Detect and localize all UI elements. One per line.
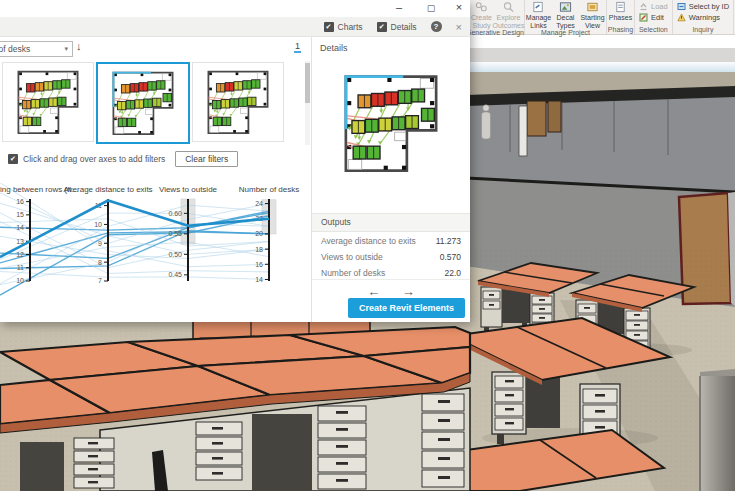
ribbon-group-selection: Load Edit Selection [635,0,673,34]
charts-checkbox-label: Charts [338,22,363,32]
output-row: Average distance to exits 11.273 [312,233,470,249]
svg-text:16: 16 [255,261,263,268]
dialog-close-icon[interactable]: × [456,21,462,33]
svg-text:8: 8 [98,259,102,266]
decal-types-icon [559,1,572,13]
svg-text:16: 16 [16,198,24,205]
door-back-left [527,101,546,136]
details-pane: Details Outputs Average distance to exit… [312,37,470,322]
svg-text:Number of desks: Number of desks [239,185,299,194]
filter-checkbox[interactable]: ✔ [8,154,18,164]
details-checkbox-label: Details [391,22,417,32]
ribbon-panel-label: Generative Design [466,29,524,37]
svg-text:10: 10 [94,221,102,228]
svg-text:10: 10 [16,277,24,284]
explore-outcomes-icon [502,1,515,13]
dialog-toolbar: ✔ Charts ✔ Details ? × [0,17,470,37]
maximize-icon[interactable]: ▢ [424,3,438,13]
ribbon-group-manage-project: Manage Links Decal Types Starting View M… [525,0,607,34]
outcome-thumbnail-1[interactable] [2,62,94,142]
svg-text:7: 7 [98,277,102,284]
phases-button[interactable]: Phases [607,1,634,22]
svg-text:9: 9 [98,240,102,247]
load-button[interactable]: Load [639,1,668,12]
manage-links-icon [532,1,545,13]
outcome-thumbnail-3[interactable] [192,62,284,142]
help-icon[interactable]: ? [431,21,442,32]
thumbnails-scrollbar[interactable] [305,61,310,145]
generative-design-dialog: – ▢ × ✔ Charts ✔ Details ? × Number of d… [0,0,470,322]
outcome-thumbnails [0,61,311,145]
window-close-icon[interactable]: × [452,1,466,13]
select-by-id-icon [677,2,686,11]
warnings-button[interactable]: Warnings [677,12,729,23]
dialog-titlebar[interactable]: – ▢ × [0,0,470,17]
starting-view-icon [586,1,599,13]
svg-text:20: 20 [255,230,263,237]
details-checkbox[interactable]: ✔ [377,22,387,32]
ribbon-panel-label: Inquiry [673,26,733,34]
svg-text:18: 18 [255,246,263,253]
decal-types-button[interactable]: Decal Types [552,1,579,29]
column-3d [700,369,735,491]
svg-text:0.45: 0.45 [168,271,182,278]
ribbon-group-inquiry: Select by ID Warnings Inquiry [673,0,734,34]
create-study-button[interactable]: Create Study [468,1,495,29]
phases-icon [614,1,627,13]
svg-text:0.60: 0.60 [168,210,182,217]
explore-outcomes-button[interactable]: Explore Outcomes [495,1,522,29]
selected-outcome-plan-preview [330,59,452,187]
ribbon-panel-label: Phasing [607,26,634,34]
svg-text:24: 24 [255,200,263,207]
ribbon-group-phasing: Phases Phasing [607,0,635,34]
select-by-id-button[interactable]: Select by ID [677,1,729,12]
svg-text:Average distance to exits: Average distance to exits [63,185,152,194]
sort-dropdown[interactable]: Number of desks ▾ [0,41,73,57]
svg-text:14: 14 [16,224,24,231]
svg-text:15: 15 [16,211,24,218]
output-row: Views to outside 0.570 [312,249,470,265]
create-study-icon [475,1,488,13]
parallel-coordinates-chart[interactable]: 16151413121110Spacing between rows (ft..… [0,183,312,309]
warnings-icon [677,13,686,22]
svg-text:11: 11 [17,264,24,271]
charts-pane: Number of desks ▾ ↓ 1 ✔ Click and drag o… [0,37,312,322]
svg-text:0.55: 0.55 [168,230,182,237]
ribbon-panel-label: Manage Project [525,29,606,37]
create-revit-elements-button[interactable]: Create Revit Elements [348,298,465,318]
outputs-header: Outputs [312,213,470,232]
svg-text:12: 12 [16,251,24,258]
svg-text:Views to outside: Views to outside [159,185,218,194]
svg-text:14: 14 [255,276,263,283]
outcome-thumbnail-2-selected[interactable] [96,62,190,144]
load-icon [639,2,648,11]
minimize-icon[interactable]: – [392,1,406,13]
manage-links-button[interactable]: Manage Links [525,1,552,29]
page-number[interactable]: 1 [294,41,301,53]
door-back-right [548,101,561,132]
details-pane-title: Details [312,37,470,57]
sort-direction-icon[interactable]: ↓ [76,40,82,52]
chevron-down-icon: ▾ [64,42,68,56]
sort-dropdown-value: Number of desks [0,44,30,54]
edit-button[interactable]: Edit [639,12,668,23]
svg-text:0.50: 0.50 [168,251,182,258]
clear-filters-button[interactable]: Clear filters [175,151,238,167]
filter-checkbox-label: Click and drag over axes to add filters [23,154,165,164]
edit-icon [639,13,648,22]
ribbon-panel-label: Selection [635,26,672,34]
ribbon-group-generative-design: Create Study Explore Outcomes Generative… [466,0,525,34]
charts-checkbox[interactable]: ✔ [324,22,334,32]
starting-view-button[interactable]: Starting View [579,1,606,29]
